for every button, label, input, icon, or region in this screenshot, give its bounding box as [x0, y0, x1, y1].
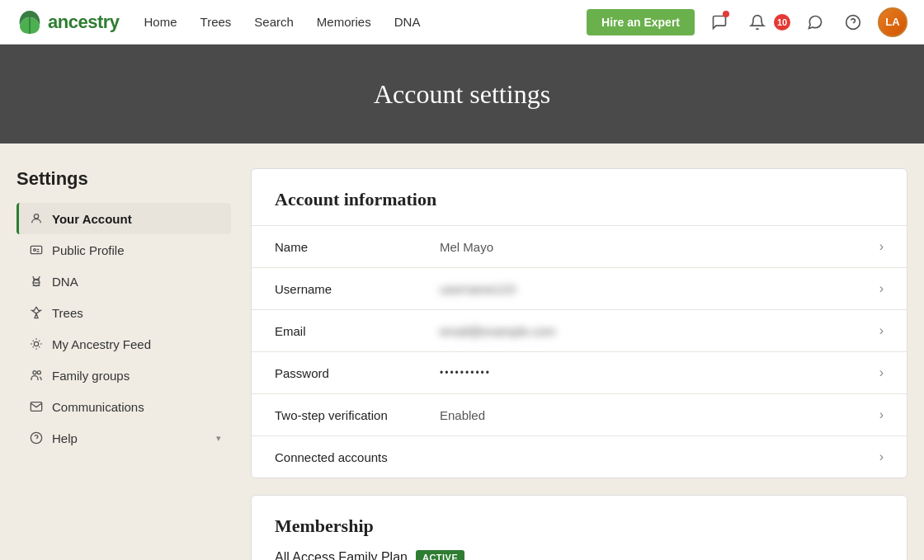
notification-count-badge: 10 — [774, 14, 790, 31]
sidebar-label-public-profile: Public Profile — [52, 243, 125, 257]
user-avatar[interactable]: LA — [878, 7, 908, 37]
password-row[interactable]: Password •••••••••• › — [252, 351, 907, 393]
two-step-row[interactable]: Two-step verification Enabled › — [252, 393, 907, 435]
email-value: email@example.com — [440, 324, 879, 338]
sidebar-item-public-profile[interactable]: Public Profile — [16, 234, 231, 266]
account-info-card: Account information Name Mel Mayo › User… — [251, 168, 908, 478]
nav-search[interactable]: Search — [254, 15, 294, 29]
membership-plan-row: All Access Family Plan ACTIVE — [252, 547, 907, 560]
sidebar-title: Settings — [16, 168, 231, 190]
sidebar-label-family-groups: Family groups — [52, 369, 130, 383]
hire-expert-button[interactable]: Hire an Expert — [587, 9, 695, 35]
active-status-badge: ACTIVE — [416, 550, 464, 560]
connected-accounts-label: Connected accounts — [275, 450, 440, 464]
username-label: Username — [275, 282, 440, 296]
username-row[interactable]: Username username123 › — [252, 267, 907, 309]
logo-leaf-icon — [16, 9, 43, 35]
svg-point-9 — [37, 371, 40, 374]
password-chevron-icon: › — [879, 365, 884, 380]
id-card-icon — [29, 242, 44, 257]
main-layout: Settings Your Account Public Profile DNA… — [0, 144, 924, 560]
main-content: Account information Name Mel Mayo › User… — [251, 168, 908, 560]
svg-point-7 — [34, 341, 38, 346]
name-row[interactable]: Name Mel Mayo › — [252, 225, 907, 267]
sidebar-item-communications[interactable]: Communications — [16, 391, 231, 422]
help-icon — [845, 14, 861, 31]
two-step-chevron-icon: › — [879, 407, 884, 422]
sidebar-item-help[interactable]: Help ▾ — [16, 422, 231, 454]
page-title: Account settings — [374, 79, 550, 110]
email-row[interactable]: Email email@example.com › — [252, 309, 907, 351]
membership-card: Membership All Access Family Plan ACTIVE — [251, 495, 908, 560]
svg-point-8 — [33, 371, 36, 374]
help-button[interactable] — [840, 9, 866, 35]
connected-accounts-row[interactable]: Connected accounts › — [252, 435, 907, 478]
nav-trees[interactable]: Trees — [200, 15, 232, 29]
plan-name: All Access Family Plan — [275, 550, 408, 560]
sidebar-item-your-account[interactable]: Your Account — [16, 203, 231, 234]
name-value: Mel Mayo — [440, 240, 879, 254]
sidebar-item-family-groups[interactable]: Family groups — [16, 360, 231, 391]
sidebar-item-trees[interactable]: Trees — [16, 297, 231, 328]
navbar-right: Hire an Expert 10 — [587, 7, 908, 37]
help-circle-icon — [29, 431, 44, 445]
membership-title: Membership — [252, 496, 907, 547]
sidebar-label-help: Help — [52, 431, 78, 445]
username-value: username123 — [440, 282, 879, 296]
message-dot — [723, 11, 729, 17]
dna-icon — [29, 274, 44, 289]
nav-home[interactable]: Home — [144, 15, 177, 29]
svg-point-4 — [34, 249, 36, 252]
two-step-value: Enabled — [440, 408, 879, 422]
logo-text: ancestry — [48, 12, 120, 33]
bell-button[interactable] — [744, 9, 771, 35]
password-label: Password — [275, 366, 440, 380]
person-icon — [29, 211, 44, 226]
envelope-icon — [29, 399, 44, 414]
sidebar-label-dna: DNA — [52, 275, 78, 289]
chat-icon — [807, 14, 823, 31]
password-value: •••••••••• — [440, 367, 879, 379]
hero-banner: Account settings — [0, 45, 924, 144]
messages-button[interactable] — [706, 9, 733, 35]
sidebar-label-my-ancestry-feed: My Ancestry Feed — [52, 337, 151, 351]
notifications-area: 10 — [744, 9, 790, 35]
navbar: ancestry Home Trees Search Memories DNA … — [0, 0, 924, 45]
bell-icon — [749, 14, 766, 31]
sidebar-item-dna[interactable]: DNA — [16, 266, 231, 297]
sidebar-label-trees: Trees — [52, 306, 83, 320]
chat-button[interactable] — [802, 9, 828, 35]
feed-icon — [29, 336, 44, 351]
nav-dna[interactable]: DNA — [394, 15, 421, 29]
sidebar-label-communications: Communications — [52, 400, 144, 414]
account-info-title: Account information — [252, 169, 907, 225]
email-label: Email — [275, 324, 440, 338]
group-icon — [29, 368, 44, 383]
nav-memories[interactable]: Memories — [317, 15, 371, 29]
sidebar: Settings Your Account Public Profile DNA… — [16, 168, 231, 560]
name-chevron-icon: › — [879, 239, 884, 254]
email-chevron-icon: › — [879, 323, 884, 338]
two-step-label: Two-step verification — [275, 408, 440, 422]
svg-point-2 — [34, 214, 38, 219]
tree-icon — [29, 305, 44, 320]
sidebar-item-my-ancestry-feed[interactable]: My Ancestry Feed — [16, 328, 231, 360]
help-chevron-down-icon: ▾ — [216, 433, 221, 444]
sidebar-label-your-account: Your Account — [52, 212, 132, 226]
connected-accounts-chevron-icon: › — [879, 449, 884, 464]
main-nav: Home Trees Search Memories DNA — [144, 15, 587, 29]
username-chevron-icon: › — [879, 281, 884, 296]
name-label: Name — [275, 240, 440, 254]
logo[interactable]: ancestry — [16, 9, 120, 35]
